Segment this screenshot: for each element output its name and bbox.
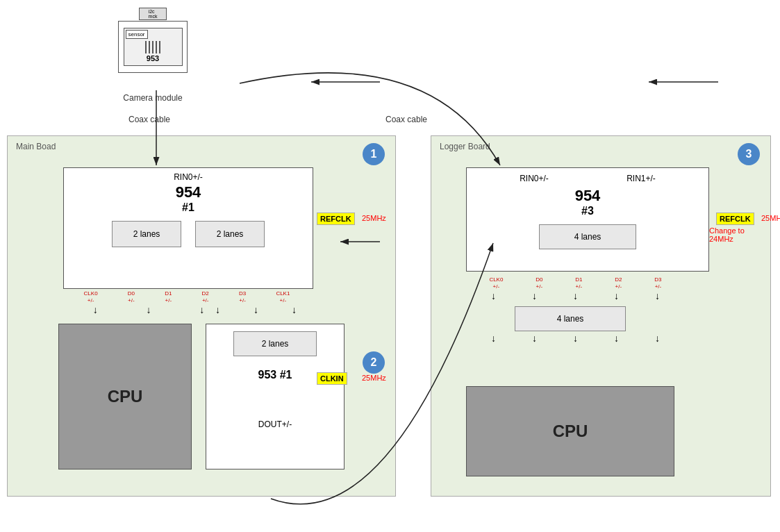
chip-954-3-number: 954	[467, 187, 708, 205]
chip-954-sub: #1	[64, 201, 313, 214]
logger-board-label: Logger Board	[440, 142, 490, 151]
sig-d0-log: D0+/-	[536, 276, 542, 290]
chip-954-number: 954	[64, 183, 313, 201]
main-board-label: Main Boad	[16, 142, 56, 151]
logger-board: Logger Board 3 RIN0+/- RIN1+/- 954 #3 4 …	[431, 135, 771, 497]
rin-labels: RIN0+/- RIN1+/-	[467, 168, 708, 183]
chip-954-3-sub: #3	[467, 205, 708, 217]
change-label: Change to 24MHz	[709, 226, 770, 243]
lane-box-953: 2 lanes	[233, 331, 317, 356]
camera-label: Camera module	[123, 92, 182, 104]
sig-d2-log: D2+/-	[615, 276, 622, 290]
lane-box-2: 2 lanes	[195, 221, 265, 247]
sensor-label: sensor	[126, 30, 148, 39]
lane-box-bottom: 4 lanes	[515, 306, 626, 331]
sig-clk0: CLK0+/-	[84, 290, 98, 304]
dout-label: DOUT+/-	[206, 419, 344, 429]
rin1-logger: RIN1+/-	[627, 174, 656, 183]
coax-cable-label-right: Coax cable	[385, 115, 427, 124]
chip-953-1: 2 lanes 953 #1 DOUT+/-	[206, 324, 345, 469]
sig-d1-log: D1+/-	[575, 276, 582, 290]
main-board: Main Boad 1 RIN0+/- 954 #1 2 lanes 2 lan…	[7, 135, 396, 497]
lane-box-954-3: 4 lanes	[539, 224, 636, 249]
logger-down-arrows: ↓ ↓ ↓ ↓ ↓	[473, 290, 678, 301]
clkin-badge: CLKIN	[317, 372, 347, 385]
badge-3: 3	[738, 143, 760, 165]
rin0-logger: RIN0+/-	[520, 174, 549, 183]
sig-clk0-log: CLK0+/-	[489, 276, 503, 290]
cpu-box-main: CPU	[58, 324, 192, 469]
camera-module: i2cmck sensor 953 Camera module	[118, 7, 188, 104]
camera-top: i2cmck	[139, 8, 167, 20]
sig-clk1: CLK1+/-	[276, 290, 290, 304]
refclk-badge-1: REFCLK	[317, 213, 355, 225]
cpu-box-logger: CPU	[466, 386, 674, 476]
coax-cable-label-left: Coax cable	[128, 115, 170, 124]
mhz-label-1: 25MHz	[362, 214, 386, 222]
lane-box-1: 2 lanes	[112, 221, 181, 247]
camera-box: sensor 953	[118, 21, 188, 73]
badge-1: 1	[363, 143, 385, 165]
sig-d3-log: D3+/-	[654, 276, 661, 290]
mhz-label-953: 25MHz	[362, 374, 386, 382]
logger-down-arrows-2: ↓ ↓ ↓ ↓ ↓	[473, 333, 678, 344]
chip-954-3: RIN0+/- RIN1+/- 954 #3 4 lanes	[466, 167, 709, 272]
rin0-label: RIN0+/-	[64, 172, 313, 182]
sig-d2: D2+/-	[202, 290, 209, 304]
sig-d0: D0+/-	[128, 290, 135, 304]
down-arrows-right: ↓ ↓ ↓	[199, 304, 313, 315]
badge-2: 2	[363, 351, 385, 374]
refclk-badge-3: REFCLK	[716, 213, 754, 225]
sig-d1: D1+/-	[165, 290, 172, 304]
signal-labels-row: CLK0+/- D0+/- D1+/- D2+/- D3+/- CLK1+/-	[69, 290, 305, 304]
mhz-label-3: 25MHz	[761, 214, 780, 222]
sig-d3: D3+/-	[239, 290, 246, 304]
chip-954-1: RIN0+/- 954 #1 2 lanes 2 lanes	[63, 167, 313, 289]
logger-signal-labels: CLK0+/- D0+/- D1+/- D2+/- D3+/-	[473, 276, 678, 290]
